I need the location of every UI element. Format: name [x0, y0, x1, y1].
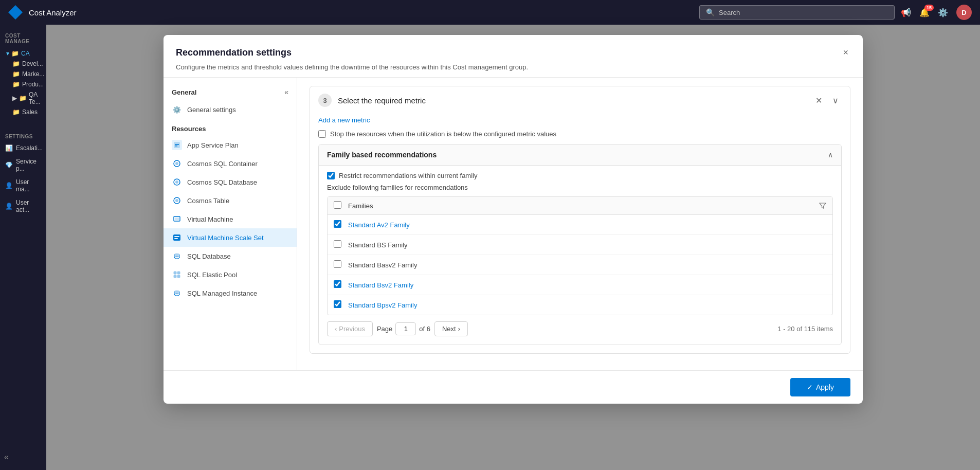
sql-elastic-pool-icon — [172, 269, 182, 280]
sql-database-icon — [172, 251, 182, 261]
row-3-label: Standard Basv2 Family — [348, 261, 826, 269]
cosmos-sql-database-icon — [172, 177, 182, 187]
nav-item-cosmos-table[interactable]: Cosmos Table — [164, 191, 297, 210]
row-2-checkbox[interactable] — [334, 240, 341, 248]
add-metric-link[interactable]: Add a new metric — [318, 116, 370, 124]
step-3-content: Add a new metric Stop the resources when… — [310, 114, 850, 353]
stop-resources-label: Stop the resources when the utilization … — [330, 130, 556, 138]
sidebar-item-usermgt[interactable]: 👤 User ma... — [0, 175, 46, 196]
sidebar-item-escalation[interactable]: 📊 Escalati... — [0, 141, 46, 155]
sidebar-item-service[interactable]: 💎 Service p... — [0, 155, 46, 175]
notification-badge: 15 — [924, 5, 934, 11]
step-3-close-btn[interactable]: ✕ — [812, 95, 825, 106]
service-icon: 💎 — [5, 161, 13, 169]
chevron-right-icon: › — [458, 325, 460, 333]
exclude-label: Exclude following families for recommend… — [327, 184, 833, 191]
sidebar-item-devel[interactable]: 📁 Devel... — [10, 59, 42, 69]
modal-header: Recommendation settings × Configure the … — [164, 35, 863, 78]
modal-footer: ✓ Apply — [164, 370, 863, 404]
sidebar-item-sales[interactable]: 📁 Sales — [10, 107, 42, 117]
row-5-checkbox-area — [334, 300, 348, 310]
nav-item-sql-elastic-pool[interactable]: SQL Elastic Pool — [164, 265, 297, 284]
sidebar-item-produ[interactable]: 📁 Produ... — [10, 79, 42, 89]
nav-cosmos-table-label: Cosmos Table — [187, 197, 229, 205]
page-input[interactable] — [395, 322, 416, 335]
nav-item-app-service-plan[interactable]: App Service Plan — [164, 136, 297, 154]
sidebar-collapse-btn[interactable]: « — [4, 453, 9, 462]
step-3-toggle-btn[interactable]: ∨ — [829, 95, 842, 106]
app-background: Cost Analyzer 🔍 Search 📢 🔔 15 ⚙️ D COST … — [0, 0, 980, 470]
nav-cosmos-sql-container-label: Cosmos SQL Container — [187, 160, 258, 168]
nav-item-cosmos-sql-container[interactable]: Cosmos SQL Container — [164, 154, 297, 173]
vmss-icon — [172, 232, 182, 243]
items-info: 1 - 20 of 115 items — [777, 325, 833, 333]
sidebar-item-qa[interactable]: ▶ 📁 QA Te... — [10, 89, 42, 107]
family-collapse-icon[interactable]: ∧ — [828, 151, 833, 159]
notifications-icon[interactable]: 🔔 15 — [919, 8, 930, 17]
svg-point-8 — [175, 199, 178, 202]
modal-overlay: Recommendation settings × Configure the … — [46, 25, 980, 470]
top-bar: Cost Analyzer 🔍 Search 📢 🔔 15 ⚙️ D — [0, 0, 980, 25]
svg-rect-12 — [174, 236, 179, 237]
avatar[interactable]: D — [956, 5, 972, 20]
modal-nav: General « ⚙️ General settings Resources — [164, 78, 297, 370]
nav-item-virtual-machine[interactable]: Virtual Machine — [164, 210, 297, 228]
table-column-families: Families — [348, 202, 819, 210]
nav-sql-elastic-pool-label: SQL Elastic Pool — [187, 271, 237, 279]
search-placeholder: Search — [719, 9, 740, 16]
restrict-checkbox[interactable] — [327, 172, 335, 179]
sidebar-item-useract[interactable]: 👤 User act... — [0, 196, 46, 216]
app-service-plan-icon — [172, 140, 182, 150]
nav-resources-label: Resources — [164, 119, 297, 136]
previous-button[interactable]: ‹ Previous — [327, 321, 373, 336]
table-select-all-checkbox[interactable] — [334, 201, 341, 209]
nav-item-sql-managed[interactable]: SQL Managed Instance — [164, 284, 297, 302]
app-logo — [8, 5, 23, 20]
row-4-label: Standard Bsv2 Family — [348, 281, 826, 289]
nav-virtual-machine-label: Virtual Machine — [187, 215, 233, 223]
next-button[interactable]: Next › — [434, 321, 468, 336]
row-1-checkbox[interactable] — [334, 220, 341, 228]
nav-collapse-icon[interactable]: « — [284, 88, 288, 96]
svg-point-4 — [175, 162, 178, 165]
step-3-header[interactable]: 3 Select the required metric ✕ ∨ — [310, 86, 850, 114]
nav-item-cosmos-sql-database[interactable]: Cosmos SQL Database — [164, 173, 297, 191]
sql-managed-icon — [172, 288, 182, 298]
nav-item-sql-database[interactable]: SQL Database — [164, 247, 297, 265]
row-2-label: Standard BS Family — [348, 241, 826, 249]
announce-icon[interactable]: 📢 — [901, 8, 911, 17]
row-4-checkbox[interactable] — [334, 280, 341, 288]
table-header-checkbox-area — [334, 201, 348, 210]
nav-vmss-label: Virtual Machine Scale Set — [187, 234, 264, 242]
step-3-number: 3 — [318, 94, 332, 107]
nav-item-vmss[interactable]: Virtual Machine Scale Set — [164, 228, 297, 247]
sidebar-item-marke[interactable]: 📁 Marke... — [10, 69, 42, 79]
row-5-checkbox[interactable] — [334, 300, 341, 308]
sidebar: COST MANAGE ▾ 📁 CA 📁 Devel... 📁 Marke... — [0, 25, 46, 470]
filter-icon[interactable] — [819, 202, 826, 209]
row-4-checkbox-area — [334, 280, 348, 290]
escalation-icon: 📊 — [5, 144, 13, 152]
modal-close-button[interactable]: × — [841, 45, 850, 60]
nav-sql-database-label: SQL Database — [187, 252, 231, 260]
svg-rect-20 — [177, 272, 180, 274]
top-bar-icons: 📢 🔔 15 ⚙️ D — [901, 5, 972, 20]
sidebar-section-settings: SETTINGS — [0, 130, 46, 141]
apply-button[interactable]: ✓ Apply — [790, 378, 850, 396]
svg-rect-13 — [174, 238, 178, 239]
svg-rect-15 — [174, 255, 179, 258]
sidebar-item-ca[interactable]: ▾ 📁 CA — [4, 48, 42, 59]
settings-icon[interactable]: ⚙️ — [938, 8, 948, 17]
stop-resources-checkbox[interactable] — [318, 130, 326, 138]
svg-rect-1 — [175, 144, 179, 145]
nav-item-general-settings[interactable]: ⚙️ General settings — [164, 100, 297, 119]
nav-sql-managed-label: SQL Managed Instance — [187, 290, 257, 297]
chevron-down-icon: ▾ — [6, 50, 9, 57]
stop-resources-row: Stop the resources when the utilization … — [318, 130, 842, 138]
pagination: ‹ Previous Page of 6 — [327, 315, 833, 338]
restrict-label: Restrict recommendations within current … — [339, 172, 477, 179]
row-3-checkbox[interactable] — [334, 260, 341, 268]
pagination-info: Page of 6 — [377, 322, 430, 335]
search-bar[interactable]: 🔍 Search — [699, 5, 895, 20]
family-title: Family based recommendations — [327, 151, 437, 159]
